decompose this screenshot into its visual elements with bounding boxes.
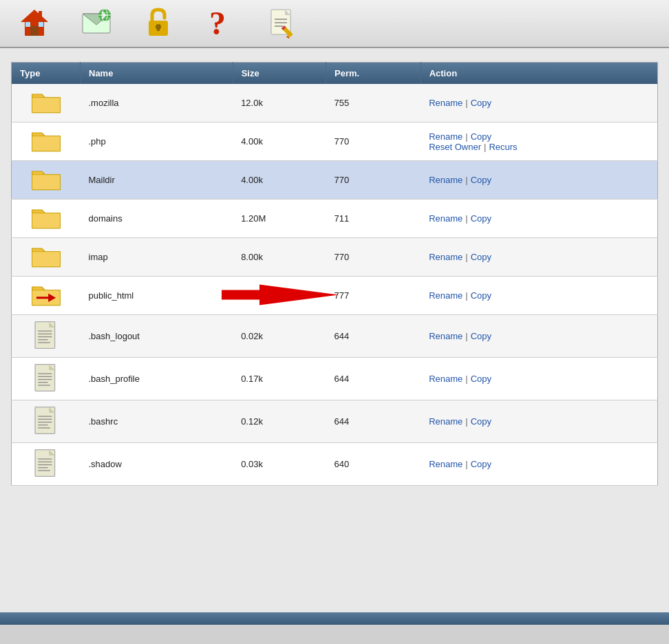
type-cell — [12, 443, 81, 486]
col-type: Type — [12, 63, 81, 85]
copy-link[interactable]: Copy — [471, 213, 491, 224]
copy-link[interactable]: Copy — [471, 175, 491, 185]
webmail-icon — [80, 6, 113, 39]
rename-link[interactable]: Rename — [429, 175, 463, 185]
table-row: .bashrc0.12k644Rename|Copy — [12, 400, 658, 443]
copy-link[interactable]: Copy — [471, 98, 491, 108]
file-action[interactable]: Rename|Copy — [421, 84, 657, 122]
file-perm: 640 — [326, 443, 421, 486]
type-cell — [12, 400, 81, 443]
toolbar: ? — [0, 0, 669, 48]
file-size: 8.00k — [233, 238, 326, 277]
files-icon — [266, 6, 299, 39]
type-cell — [12, 358, 81, 400]
copy-link[interactable]: Copy — [471, 290, 491, 301]
svg-marker-1 — [21, 10, 48, 22]
file-name: .php — [81, 122, 233, 161]
help-icon: ? — [204, 6, 237, 39]
file-name: .bash_profile — [81, 358, 233, 400]
file-action[interactable]: Rename|Copy — [421, 161, 657, 200]
toolbar-files[interactable] — [262, 6, 303, 41]
table-row: .shadow0.03k640Rename|Copy — [12, 443, 658, 486]
home-icon — [18, 6, 51, 39]
rename-link[interactable]: Rename — [429, 131, 463, 142]
rename-link[interactable]: Rename — [429, 459, 463, 469]
toolbar-home[interactable] — [14, 6, 55, 41]
file-name: public_html — [81, 277, 233, 315]
table-row: .mozilla12.0k755Rename|Copy — [12, 84, 658, 122]
table-header-row: Type Name Size Perm. Action — [12, 63, 658, 85]
rename-link[interactable]: Rename — [429, 290, 463, 301]
file-name: .shadow — [81, 443, 233, 486]
file-action[interactable]: Rename|Copy — [421, 443, 657, 486]
table-row: .php4.00k770Rename|CopyReset Owner|Recur… — [12, 122, 658, 161]
copy-link[interactable]: Copy — [471, 416, 491, 427]
col-name: Name — [81, 63, 233, 85]
file-name: .bash_logout — [81, 315, 233, 358]
file-action[interactable]: Rename|CopyReset Owner|Recurs — [421, 122, 657, 161]
file-name: domains — [81, 200, 233, 238]
type-cell — [12, 84, 81, 122]
file-size: 0.02k — [233, 315, 326, 358]
password-icon — [142, 6, 175, 39]
file-perm: 644 — [326, 358, 421, 400]
file-table: Type Name Size Perm. Action .mozilla12.0… — [11, 62, 658, 486]
bottom-bar — [0, 612, 669, 625]
file-action[interactable]: Rename|Copy — [421, 277, 657, 315]
file-perm: 644 — [326, 400, 421, 443]
file-size: 0.12k — [233, 400, 326, 443]
table-row: domains1.20M711Rename|Copy — [12, 200, 658, 238]
recurs-link[interactable]: Recurs — [489, 142, 517, 152]
file-action[interactable]: Rename|Copy — [421, 200, 657, 238]
rename-link[interactable]: Rename — [429, 374, 463, 384]
svg-marker-27 — [222, 284, 339, 305]
file-name: .mozilla — [81, 84, 233, 122]
toolbar-password[interactable] — [138, 6, 179, 41]
type-cell — [12, 277, 81, 315]
type-cell — [12, 122, 81, 161]
file-name-text: public_html — [89, 290, 134, 301]
file-name: Maildir — [81, 161, 233, 200]
file-perm: 644 — [326, 315, 421, 358]
file-action[interactable]: Rename|Copy — [421, 315, 657, 358]
toolbar-help[interactable]: ? — [200, 6, 241, 41]
rename-link[interactable]: Rename — [429, 416, 463, 427]
file-size: 0.03k — [233, 443, 326, 486]
type-cell — [12, 238, 81, 277]
file-action[interactable]: Rename|Copy — [421, 358, 657, 400]
svg-rect-16 — [157, 27, 160, 31]
type-cell — [12, 161, 81, 200]
rename-link[interactable]: Rename — [429, 98, 463, 108]
file-perm: 770 — [326, 122, 421, 161]
file-action[interactable]: Rename|Copy — [421, 238, 657, 277]
svg-rect-2 — [30, 26, 39, 36]
copy-link[interactable]: Copy — [471, 374, 491, 384]
copy-link[interactable]: Copy — [471, 131, 491, 142]
table-row: public_html ···k777Rename|Copy — [12, 277, 658, 315]
rename-link[interactable]: Rename — [429, 252, 463, 262]
file-perm: 770 — [326, 238, 421, 277]
svg-rect-4 — [39, 22, 43, 27]
col-action: Action — [421, 63, 657, 85]
file-name: .bashrc — [81, 400, 233, 443]
table-row: Maildir4.00k770Rename|Copy — [12, 161, 658, 200]
type-cell — [12, 315, 81, 358]
col-size: Size — [233, 63, 326, 85]
file-size: 4.00k — [233, 161, 326, 200]
svg-rect-3 — [25, 22, 30, 27]
toolbar-webmail[interactable] — [76, 6, 117, 41]
file-perm: 770 — [326, 161, 421, 200]
reset-owner-link[interactable]: Reset Owner — [429, 142, 481, 152]
file-name: imap — [81, 238, 233, 277]
main-content: Type Name Size Perm. Action .mozilla12.0… — [0, 48, 669, 612]
file-size: 1.20M — [233, 200, 326, 238]
table-row: imap8.00k770Rename|Copy — [12, 238, 658, 277]
file-size: 0.17k — [233, 358, 326, 400]
file-perm: 711 — [326, 200, 421, 238]
copy-link[interactable]: Copy — [471, 459, 491, 469]
rename-link[interactable]: Rename — [429, 331, 463, 341]
file-action[interactable]: Rename|Copy — [421, 400, 657, 443]
rename-link[interactable]: Rename — [429, 213, 463, 224]
copy-link[interactable]: Copy — [471, 252, 491, 262]
copy-link[interactable]: Copy — [471, 331, 491, 341]
